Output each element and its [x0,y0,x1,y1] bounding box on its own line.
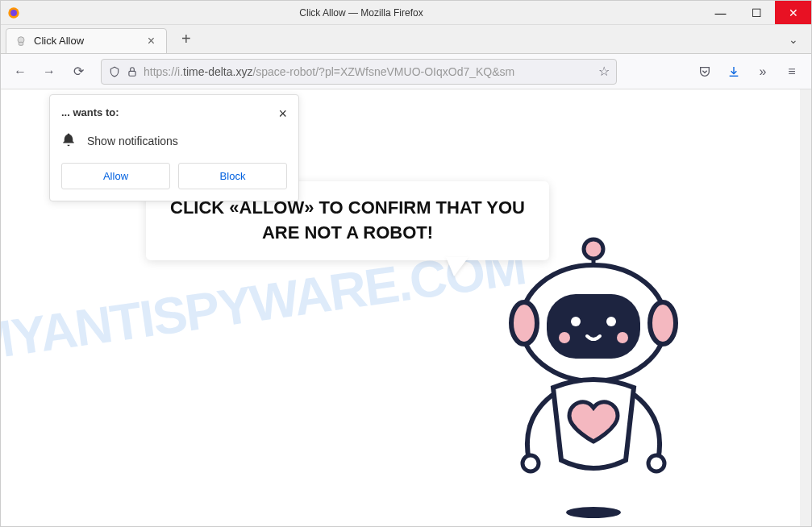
svg-rect-3 [19,42,23,45]
svg-rect-4 [129,71,135,76]
notification-permission-popup: ... wants to: × Show notifications Allow… [49,94,299,201]
bookmark-star-icon[interactable]: ☆ [598,64,610,79]
reload-button[interactable]: ⟳ [65,59,91,85]
lock-icon[interactable] [126,65,139,78]
window-title: Click Allow — Mozilla Firefox [20,7,702,19]
navigation-toolbar: ← → ⟳ https://i.time-delta.xyz/space-rob… [1,54,811,89]
pocket-icon[interactable] [692,59,718,85]
tab-bar: Click Allow × + ⌄ [1,25,811,54]
page-content: MYANTISPYWARE.COM ... wants to: × Show n… [1,89,811,526]
svg-point-16 [648,455,664,471]
svg-point-11 [571,317,581,326]
tab-favicon [15,35,27,48]
tabs-dropdown-button[interactable]: ⌄ [781,33,806,46]
tab-title: Click Allow [34,35,144,47]
notification-close-button[interactable]: × [278,106,287,121]
svg-point-9 [650,302,676,344]
svg-point-14 [617,332,628,343]
bell-icon [61,132,76,150]
block-button[interactable]: Block [178,163,287,189]
scrollbar-track[interactable] [800,89,811,526]
notification-permission-text: Show notifications [87,135,178,147]
svg-point-13 [559,332,570,343]
downloads-icon[interactable] [721,59,747,85]
back-button[interactable]: ← [7,59,33,85]
new-tab-button[interactable]: + [173,27,199,52]
robot-image [489,234,698,525]
shield-icon[interactable] [108,65,121,78]
svg-point-15 [523,455,539,471]
window-controls: — ☐ ✕ [702,1,811,24]
url-bar[interactable]: https://i.time-delta.xyz/space-robot/?pl… [101,59,617,85]
svg-point-1 [10,10,17,16]
notification-origin: ... wants to: [61,106,119,118]
tab-active[interactable]: Click Allow × [6,28,167,54]
close-window-button[interactable]: ✕ [775,1,811,24]
svg-rect-10 [547,294,640,359]
window-titlebar: Click Allow — Mozilla Firefox — ☐ ✕ [1,1,811,25]
allow-button[interactable]: Allow [61,163,170,189]
tab-close-button[interactable]: × [144,34,158,48]
svg-point-5 [584,239,603,259]
minimize-button[interactable]: — [702,1,739,24]
bubble-tail [446,257,468,276]
forward-button[interactable]: → [36,59,62,85]
overflow-icon[interactable]: » [750,59,776,85]
svg-point-17 [566,507,621,518]
firefox-icon [7,6,20,19]
menu-icon[interactable]: ≡ [779,59,805,85]
bubble-message: CLICK «ALLOW» TO CONFIRM THAT YOU ARE NO… [165,196,530,246]
url-text: https://i.time-delta.xyz/space-robot/?pl… [144,65,593,78]
maximize-button[interactable]: ☐ [739,1,775,24]
svg-point-12 [606,317,616,326]
svg-point-8 [511,302,537,344]
